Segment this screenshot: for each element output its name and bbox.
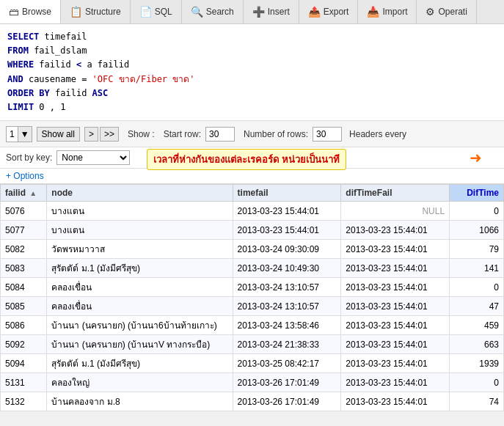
nav-export[interactable]: 📤 Export [299,0,359,23]
table-row[interactable]: 5082วัดพรหมาวาส2013-03-24 09:30:092013-0… [1,240,504,259]
options-link[interactable]: + Options [6,171,44,181]
table-row[interactable]: 5077บางแตน2013-03-23 15:44:012013-03-23 … [1,221,504,240]
page-dropdown-arrow[interactable]: ▼ [18,127,32,142]
num-rows-label: Number of rows: [244,129,308,139]
sql-icon: 📄 [139,6,152,18]
table-row[interactable]: 5132บ้านคลองจาก ม.82013-03-26 17:01:4920… [1,392,504,411]
sql-display: SELECT timefail FROM fail_dslam WHERE fa… [0,24,504,121]
start-row-label: Start row: [164,129,201,139]
nav-insert[interactable]: ➕ Insert [244,0,299,23]
table-row[interactable]: 5092บ้านนา (นครนายก) (บ้านนาV ทางกระบือ)… [1,335,504,354]
browse-icon: 🗃 [9,6,19,18]
table-row[interactable]: 5086บ้านนา (นครนายก) (บ้านนา6บ้านท้ายเกา… [1,316,504,335]
cell-timefail: 2013-03-24 13:10:57 [233,297,341,316]
nav-sql-label: SQL [155,7,172,17]
cell-node: คลองเขื่อน [47,278,233,297]
nav-browse[interactable]: 🗃 Browse [0,0,61,23]
cell-diftime: 0 [450,373,504,392]
cell-failid: 5083 [1,259,47,278]
col-header-failid[interactable]: failid ▲ [1,185,47,202]
sort-select[interactable]: None [56,150,130,165]
col-header-timefail[interactable]: timefail [233,185,341,202]
nav-import-label: Import [382,7,407,17]
search-icon: 🔍 [191,6,203,18]
cell-timefail: 2013-03-23 15:44:01 [233,221,341,240]
structure-icon: 📋 [70,6,82,18]
table-row[interactable]: 5085คลองเขื่อน2013-03-24 13:10:572013-03… [1,297,504,316]
arrow-indicator: ➜ [470,149,482,166]
options-bar: + Options [0,169,504,184]
cell-node: คลองเขื่อน [47,297,233,316]
nav-import[interactable]: 📥 Import [358,0,417,23]
page-selector[interactable]: 1 ▼ [6,126,32,142]
table-row[interactable]: 5083สุรัตตัต์ ม.1 (มังมีศรีสุข)2013-03-2… [1,259,504,278]
table-row[interactable]: 5076บางแตน2013-03-23 15:44:01NULL0 [1,202,504,221]
nav-insert-label: Insert [268,7,290,17]
cell-diftimefail: 2013-03-23 15:44:01 [341,316,450,335]
cell-diftimefail: 2013-03-23 15:44:01 [341,259,450,278]
cell-timefail: 2013-03-24 09:30:09 [233,240,341,259]
cell-diftimefail: 2013-03-23 15:44:01 [341,240,450,259]
cell-failid: 5076 [1,202,47,221]
cell-diftime: 1066 [450,221,504,240]
cell-node: สุรัตตัต์ ม.1 (มังมีศรีสุข) [47,354,233,373]
nav-forward-button[interactable]: > [84,127,98,142]
col-header-diftime[interactable]: DifTime [450,185,504,202]
export-icon: 📤 [308,6,321,18]
nav-search-label: Search [206,7,234,17]
cell-failid: 5132 [1,392,47,411]
table-row[interactable]: 5084คลองเขื่อน2013-03-24 13:10:572013-03… [1,278,504,297]
cell-node: คลองใหญ่ [47,373,233,392]
cell-diftime: 663 [450,335,504,354]
cell-node: บ้านนา (นครนายก) (บ้านนา6บ้านท้ายเกาะ) [47,316,233,335]
start-row-input[interactable] [205,127,235,142]
num-rows-input[interactable] [313,127,342,142]
cell-diftimefail: 2013-03-23 15:44:01 [341,354,450,373]
table-row[interactable]: 5131คลองใหญ่2013-03-26 17:01:492013-03-2… [1,373,504,392]
sort-by-label: Sort by key: [6,153,52,163]
nav-browse-label: Browse [22,7,51,17]
cell-node: บ้านนา (นครนายก) (บ้านนาV ทางกระบือ) [47,335,233,354]
cell-failid: 5084 [1,278,47,297]
cell-timefail: 2013-03-24 21:38:33 [233,335,341,354]
nav-forward2-button[interactable]: >> [100,127,119,142]
cell-diftimefail: 2013-03-23 15:44:01 [341,297,450,316]
cell-node: วัดพรหมาวาส [47,240,233,259]
operations-icon: ⚙ [426,6,435,18]
nav-operations[interactable]: ⚙ Operati [417,0,476,23]
cell-timefail: 2013-03-23 15:44:01 [233,202,341,221]
cell-timefail: 2013-03-24 10:49:30 [233,259,341,278]
nav-sql[interactable]: 📄 SQL [131,0,182,23]
cell-diftime: 1939 [450,354,504,373]
insert-icon: ➕ [252,6,265,18]
cell-diftimefail: NULL [341,202,450,221]
headers-label: Headers every [349,129,406,139]
cell-node: สุรัตตัต์ ม.1 (มังมีศรีสุข) [47,259,233,278]
cell-diftime: 0 [450,202,504,221]
cell-failid: 5082 [1,240,47,259]
cell-node: บ้านคลองจาก ม.8 [47,392,233,411]
cell-diftime: 0 [450,278,504,297]
show-all-button[interactable]: Show all [37,127,80,142]
cell-diftime: 47 [450,297,504,316]
cell-failid: 5094 [1,354,47,373]
cell-diftimefail: 2013-03-23 15:44:01 [341,335,450,354]
show-label: Show : [128,129,155,139]
cell-diftimefail: 2013-03-23 15:44:01 [341,392,450,411]
nav-search[interactable]: 🔍 Search [182,0,244,23]
data-table: failid ▲ node timefail difTimeFail DifTi… [0,184,504,411]
sort-bar: Sort by key: None เวลาที่ห่างกันของแต่ละ… [0,147,504,169]
cell-node: บางแตน [47,202,233,221]
nav-structure[interactable]: 📋 Structure [61,0,131,23]
page-number: 1 [7,129,18,139]
cell-diftime: 79 [450,240,504,259]
col-header-node[interactable]: node [47,185,233,202]
cell-failid: 5092 [1,335,47,354]
cell-diftime: 459 [450,316,504,335]
import-icon: 📥 [367,6,379,18]
nav-structure-label: Structure [85,7,121,17]
col-header-diftimefail[interactable]: difTimeFail [341,185,450,202]
nav-export-label: Export [324,7,349,17]
cell-failid: 5086 [1,316,47,335]
table-row[interactable]: 5094สุรัตตัต์ ม.1 (มังมีศรีสุข)2013-03-2… [1,354,504,373]
